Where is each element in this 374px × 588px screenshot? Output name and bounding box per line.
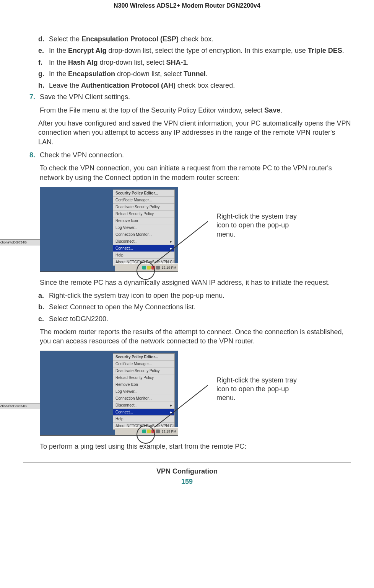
figure-1: Security Policy Editor...Certificate Man… [40, 187, 351, 272]
menu-item: Remove Icon [113, 381, 174, 388]
step-8-line2: To check the VPN connection, you can ini… [40, 163, 351, 182]
tray-icon [142, 266, 146, 270]
tray-icons [142, 266, 160, 270]
step-8: 8. Check the VPN connection. [23, 150, 351, 160]
substep-marker: b. [38, 302, 49, 312]
context-submenu: My Connections\toDG834G [0, 403, 40, 409]
context-menu: Security Policy Editor...Certificate Man… [113, 189, 175, 266]
menu-item: Help [113, 252, 174, 259]
substep-body: Select Connect to open the My Connection… [49, 302, 195, 312]
tray-icon [156, 430, 160, 433]
step-8-after-fig2: To perform a ping test using this exampl… [40, 442, 351, 451]
menu-item: Reload Security Policy [113, 374, 174, 381]
step-7: 7. Save the VPN Client settings. [23, 92, 351, 101]
list-item: c.Select toDGN2200. [38, 314, 351, 323]
menu-item: Help [113, 416, 174, 423]
menu-item: Disconnect...▸ [113, 402, 174, 409]
tray-icon [147, 430, 151, 433]
tray-icon [156, 266, 160, 270]
list-item: d.Select the Encapsulation Protocol (ESP… [38, 34, 351, 44]
substep-marker: f. [38, 58, 49, 67]
list-item: f.In the Hash Alg drop-down list, select… [38, 58, 351, 67]
menu-item: Certificate Manager... [113, 197, 174, 204]
figure-2: Security Policy Editor...Certificate Man… [40, 351, 351, 436]
step-8-line1: Check the VPN connection. [40, 150, 351, 160]
menu-item: Connection Monitor... [113, 395, 174, 402]
substep-marker: g. [38, 69, 49, 78]
tray-icons [142, 430, 160, 433]
screenshot-tray-menu-2: Security Policy Editor...Certificate Man… [40, 351, 178, 436]
list-item: g.In the Encapsulation drop-down list, s… [38, 69, 351, 78]
page-footer: VPN Configuration 159 [23, 462, 351, 493]
context-submenu: My Connections\toDG834G [0, 239, 40, 245]
substep-body: In the Encapsulation drop-down list, sel… [49, 69, 208, 78]
menu-item: Connect...▸ [113, 409, 174, 416]
step-7-line1: Save the VPN Client settings. [40, 92, 351, 101]
menu-item: Remove Icon [113, 217, 174, 224]
callout-text-1: Right-click the system tray icon to open… [216, 212, 308, 239]
taskbar: 12:19 PM [115, 427, 178, 435]
page-header-title: N300 Wireless ADSL2+ Modem Router DGN220… [23, 0, 351, 11]
substep-body: Select toDGN2200. [49, 314, 108, 323]
footer-page-number: 159 [23, 478, 351, 486]
substep-marker: e. [38, 46, 49, 55]
substep-body: Right-click the system tray icon to open… [49, 291, 224, 300]
menu-item: Connection Monitor... [113, 231, 174, 238]
step-8-after-substeps: The modem router reports the results of … [40, 327, 351, 346]
substep-body: In the Hash Alg drop-down list, select S… [49, 58, 189, 67]
taskbar: 12:19 PM [115, 263, 178, 271]
step-marker-7: 7. [23, 92, 40, 101]
list-item: a.Right-click the system tray icon to op… [38, 291, 351, 300]
substep-body: In the Encrypt Alg drop-down list, selec… [49, 46, 344, 55]
list-item: e.In the Encrypt Alg drop-down list, sel… [38, 46, 351, 55]
screenshot-tray-menu-1: Security Policy Editor...Certificate Man… [40, 187, 178, 272]
substep-marker: d. [38, 34, 49, 44]
menu-item: Connect...▸ [113, 245, 174, 252]
substep-marker: a. [38, 291, 49, 300]
substep-marker: h. [38, 81, 49, 90]
clock: 12:19 PM [161, 430, 176, 433]
tray-icon [151, 266, 155, 270]
substeps-8-abc: a.Right-click the system tray icon to op… [23, 291, 351, 323]
menu-item: Security Policy Editor... [113, 354, 174, 361]
callout-text-2: Right-click the system tray icon to open… [216, 376, 308, 403]
substeps-d-h: d.Select the Encapsulation Protocol (ESP… [23, 34, 351, 90]
menu-item: Deactivate Security Policy [113, 204, 174, 211]
step-7-line3: After you have configured and saved the … [38, 119, 351, 147]
step-8-after-fig1: Since the remote PC has a dynamically as… [40, 278, 351, 287]
tray-icon [151, 430, 155, 433]
menu-item: Reload Security Policy [113, 211, 174, 217]
menu-item: Log Viewer... [113, 224, 174, 231]
submenu-item: My Connections\toDG834G [0, 403, 40, 409]
footer-section: VPN Configuration [23, 467, 351, 475]
menu-item: Certificate Manager... [113, 361, 174, 368]
submenu-item: My Connections\toDG834G [0, 240, 40, 245]
clock: 12:19 PM [161, 266, 176, 270]
menu-item: Disconnect...▸ [113, 238, 174, 245]
menu-item: Deactivate Security Policy [113, 368, 174, 374]
menu-item: Log Viewer... [113, 388, 174, 395]
substep-marker: c. [38, 314, 49, 323]
menu-item: Security Policy Editor... [113, 190, 174, 197]
step-7-line2: From the File menu at the top of the Sec… [40, 106, 351, 115]
context-menu: Security Policy Editor...Certificate Man… [113, 353, 175, 430]
tray-icon [142, 430, 146, 433]
list-item: b.Select Connect to open the My Connecti… [38, 302, 351, 312]
substep-body: Leave the Authentication Protocol (AH) c… [49, 81, 235, 90]
step-marker-8: 8. [23, 150, 40, 160]
substep-body: Select the Encapsulation Protocol (ESP) … [49, 34, 213, 44]
list-item: h.Leave the Authentication Protocol (AH)… [38, 81, 351, 90]
tray-icon [147, 266, 151, 270]
